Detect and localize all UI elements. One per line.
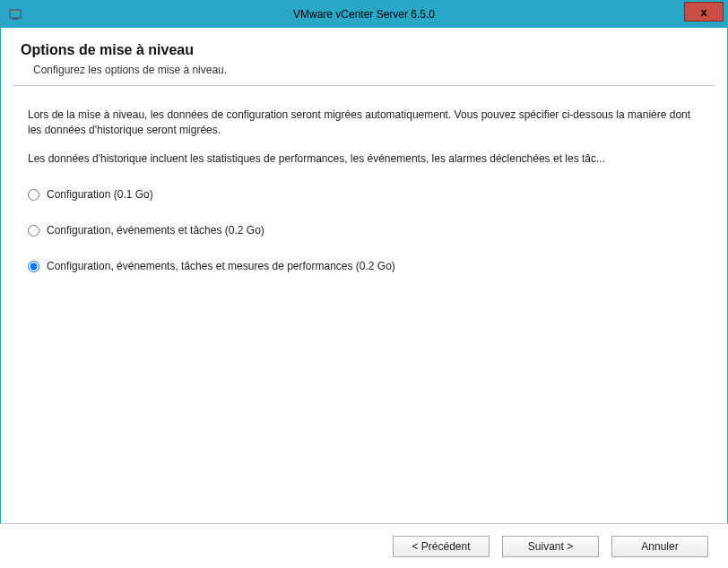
page-title: Options de mise à niveau <box>21 42 707 58</box>
next-button[interactable]: Suivant > <box>502 536 599 557</box>
cancel-button[interactable]: Annuler <box>611 536 708 557</box>
close-icon: x <box>700 5 706 19</box>
radio-label-config-events-tasks-perf: Configuration, événements, tâches et mes… <box>47 260 395 272</box>
app-icon <box>8 7 22 22</box>
radio-option-config-events-tasks[interactable]: Configuration, événements et tâches (0.2… <box>28 224 707 237</box>
intro-paragraph-2: Les données d'historique incluent les st… <box>28 151 700 167</box>
radio-label-config: Configuration (0.1 Go) <box>47 188 153 201</box>
radio-input-config-events-tasks-perf[interactable] <box>28 261 39 272</box>
options-group: Configuration (0.1 Go) Configuration, év… <box>28 188 707 272</box>
radio-option-config[interactable]: Configuration (0.1 Go) <box>28 188 707 201</box>
intro-paragraph-1: Lors de la mise à niveau, les données de… <box>28 108 700 139</box>
radio-option-config-events-tasks-perf[interactable]: Configuration, événements, tâches et mes… <box>28 260 707 272</box>
radio-input-config[interactable] <box>28 189 39 201</box>
close-button[interactable]: x <box>684 2 724 22</box>
page-subtitle: Configurez les options de mise à niveau. <box>33 64 707 76</box>
svg-rect-0 <box>10 10 21 18</box>
header-separator <box>13 85 715 86</box>
window-title: VMware vCenter Server 6.5.0 <box>1 8 727 21</box>
radio-label-config-events-tasks: Configuration, événements et tâches (0.2… <box>47 224 264 237</box>
svg-rect-1 <box>13 18 18 20</box>
footer: < Précédent Suivant > Annuler <box>0 523 728 568</box>
radio-input-config-events-tasks[interactable] <box>28 225 39 237</box>
titlebar: VMware vCenter Server 6.5.0 x <box>1 1 727 28</box>
content-area: Options de mise à niveau Configurez les … <box>1 28 727 522</box>
back-button[interactable]: < Précédent <box>393 536 490 557</box>
